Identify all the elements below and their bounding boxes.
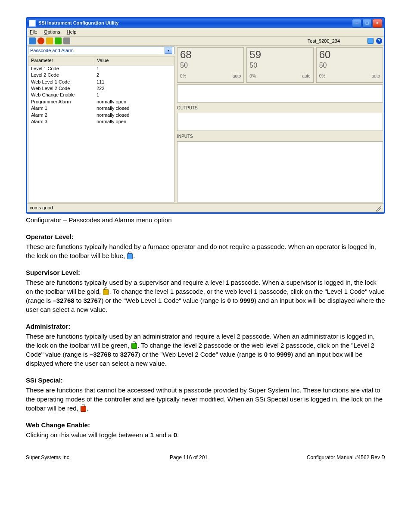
operator-paragraph: These are functions typically handled by…	[26, 242, 385, 260]
resize-grip-icon[interactable]	[376, 206, 381, 212]
gauge-pv: 68	[180, 50, 241, 60]
row-value[interactable]: 1	[94, 65, 174, 72]
table-row[interactable]: Level 1 Code1	[28, 65, 174, 72]
table-row[interactable]: Web Level 2 Code222	[28, 85, 174, 92]
row-value[interactable]: normally open	[94, 99, 174, 105]
row-param: Alarm 3	[28, 118, 94, 125]
col-value: Value	[94, 56, 174, 65]
inputs-label: INPUTS	[177, 134, 383, 140]
maximize-button[interactable]: □	[362, 19, 372, 28]
table-row[interactable]: Programmer Alarmnormally open	[28, 99, 174, 105]
figure-caption: Configurator – Passcodes and Alarms menu…	[26, 215, 385, 224]
workspace: Passcode and Alarm ▾ Parameter Value Lev…	[27, 46, 384, 203]
admin-paragraph: These are functions typically used by an…	[26, 332, 385, 368]
web-paragraph: Clicking on this value will toggle betwe…	[26, 430, 385, 439]
lock-gold-icon	[103, 289, 109, 295]
gauge-sp: 50	[180, 61, 241, 70]
gauge-mode: auto	[302, 73, 310, 79]
row-param: Alarm 1	[28, 105, 94, 112]
web-title: Web Change Enable:	[26, 420, 385, 429]
row-value[interactable]: normally open	[94, 118, 174, 125]
row-value[interactable]: normally closed	[94, 112, 174, 118]
app-window: SSi Instrument Configuration Utility – □…	[26, 17, 385, 214]
refresh-icon[interactable]	[55, 37, 62, 44]
gauge: 68500%auto	[177, 47, 244, 83]
toolbar: Test_9200_234 ?	[27, 37, 384, 46]
table-row[interactable]: Alarm 1normally closed	[28, 105, 174, 112]
menu-help[interactable]: Help	[67, 29, 77, 34]
row-value[interactable]: 2	[94, 72, 174, 78]
row-param: Alarm 2	[28, 112, 94, 118]
menubar: File Options Help	[27, 28, 384, 37]
window-title: SSi Instrument Configuration Utility	[38, 20, 352, 26]
settings-icon[interactable]	[63, 37, 70, 44]
outputs-box	[177, 113, 383, 131]
gauge-pv: 60	[319, 50, 380, 60]
footer-right: Configurator Manual #4562 Rev D	[307, 454, 385, 461]
titlebar: SSi Instrument Configuration Utility – □…	[27, 19, 384, 28]
help-icon[interactable]: ?	[376, 38, 382, 44]
minimize-button[interactable]: –	[352, 19, 361, 28]
outputs-label: OUTPUTS	[177, 105, 383, 111]
lock-icon[interactable]	[367, 38, 374, 44]
gauge-mode: auto	[233, 73, 241, 79]
row-param: Web Change Enable	[28, 92, 94, 98]
footer-left: Super Systems Inc.	[26, 454, 71, 461]
row-param: Programmer Alarm	[28, 99, 94, 105]
gauge-sp: 50	[319, 61, 380, 70]
ssi-paragraph: These are functions that cannot be acces…	[26, 386, 385, 413]
section-select[interactable]: Passcode and Alarm ▾	[28, 47, 174, 54]
download-icon[interactable]	[46, 37, 53, 44]
row-param: Web Level 2 Code	[28, 85, 94, 92]
stop-icon[interactable]	[37, 37, 44, 44]
row-value[interactable]: 222	[94, 85, 174, 92]
gap-box	[177, 84, 383, 103]
chevron-down-icon[interactable]: ▾	[165, 47, 172, 54]
operator-title: Operator Level:	[26, 232, 385, 241]
gauge-pct: 0%	[249, 73, 255, 79]
parameter-table: Parameter Value Level 1 Code1Level 2 Cod…	[28, 56, 174, 202]
footer-center: Page 116 of 201	[170, 454, 208, 461]
lock-green-icon	[131, 343, 137, 349]
row-value[interactable]: 111	[94, 79, 174, 85]
gauge-pv: 59	[249, 50, 310, 60]
table-row[interactable]: Level 2 Code2	[28, 72, 174, 78]
row-param: Web Level 1 Code	[28, 79, 94, 85]
gauge-pct: 0%	[180, 73, 186, 79]
section-select-value: Passcode and Alarm	[30, 47, 165, 54]
menu-file[interactable]: File	[30, 29, 37, 34]
lock-red-icon	[81, 406, 86, 412]
connect-icon[interactable]	[29, 37, 36, 44]
gauge: 60500%auto	[316, 47, 383, 83]
lock-blue-icon	[127, 253, 133, 259]
gauge-mode: auto	[372, 73, 380, 79]
row-param: Level 1 Code	[28, 65, 94, 72]
supervisor-paragraph: These are functions typically used by a …	[26, 278, 385, 314]
table-row[interactable]: Alarm 3normally open	[28, 118, 174, 125]
row-value[interactable]: normally closed	[94, 105, 174, 112]
page-footer: Super Systems Inc. Page 116 of 201 Confi…	[26, 454, 385, 461]
row-param: Level 2 Code	[28, 72, 94, 78]
admin-title: Administrator:	[26, 322, 385, 331]
table-row[interactable]: Web Level 1 Code111	[28, 79, 174, 85]
device-label: Test_9200_234	[308, 38, 340, 44]
gauge-sp: 50	[249, 61, 310, 70]
status-text: coms good	[30, 205, 376, 211]
inputs-box	[177, 141, 383, 202]
ssi-title: SSi Special:	[26, 376, 385, 385]
gauge-pct: 0%	[319, 73, 325, 79]
menu-options[interactable]: Options	[44, 29, 60, 34]
col-parameter: Parameter	[28, 56, 94, 65]
close-button[interactable]: ×	[373, 19, 382, 28]
statusbar: coms good	[27, 203, 384, 212]
table-row[interactable]: Alarm 2normally closed	[28, 112, 174, 118]
supervisor-title: Supervisor Level:	[26, 268, 385, 277]
gauge: 59500%auto	[246, 47, 313, 83]
table-row[interactable]: Web Change Enable1	[28, 92, 174, 98]
app-icon	[29, 20, 36, 27]
row-value[interactable]: 1	[94, 92, 174, 98]
